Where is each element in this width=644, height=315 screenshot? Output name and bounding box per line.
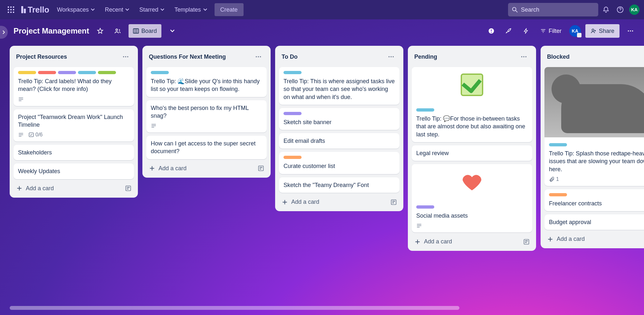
add-card-label: Add a card (557, 236, 585, 242)
svg-point-12 (116, 29, 118, 31)
svg-rect-6 (8, 12, 9, 13)
sidebar-expand-button[interactable] (0, 26, 8, 39)
alert-button[interactable] (485, 25, 498, 37)
label-yellow[interactable] (18, 71, 36, 74)
label-green[interactable] (98, 71, 116, 74)
card[interactable]: Trello Tip: Card labels! What do they me… (14, 67, 134, 106)
card[interactable]: Trello Tip: 💬For those in-between tasks … (412, 67, 532, 142)
card-template-button[interactable] (523, 239, 530, 245)
label-sky[interactable] (151, 71, 169, 74)
label-purple[interactable] (58, 71, 76, 74)
scroll-thumb[interactable] (10, 306, 459, 310)
card-badges (416, 223, 528, 229)
svg-point-26 (123, 56, 124, 57)
svg-rect-57 (391, 200, 396, 204)
card[interactable]: Who's the best person to fix my HTML sna… (146, 100, 267, 133)
svg-point-22 (592, 29, 594, 31)
card-list: Trello Tip: Card labels! What do they me… (13, 67, 135, 179)
card[interactable]: Trello Tip: Splash those redtape-heavy i… (544, 67, 644, 186)
card-title: Stakeholders (18, 149, 130, 156)
template-icon (523, 239, 530, 245)
svg-rect-51 (260, 169, 261, 170)
add-card-button[interactable]: Add a card (13, 182, 135, 194)
label-sky[interactable] (549, 143, 567, 146)
list-title[interactable]: Pending (414, 54, 437, 60)
label-red[interactable] (38, 71, 56, 74)
board-title[interactable]: Project Management (14, 26, 89, 35)
customize-views-button[interactable] (166, 25, 179, 37)
powerups-button[interactable] (502, 25, 515, 37)
create-button[interactable]: Create (215, 3, 244, 16)
list-title[interactable]: Blocked (547, 54, 570, 60)
card[interactable]: Curate customer list (279, 152, 399, 174)
svg-rect-38 (126, 186, 131, 191)
add-card-label: Add a card (291, 199, 319, 205)
search-icon (512, 7, 518, 13)
visibility-button[interactable] (111, 25, 124, 37)
list-menu-button[interactable] (385, 51, 397, 63)
card-template-button[interactable] (258, 165, 264, 172)
label-orange[interactable] (284, 156, 302, 159)
add-card-button[interactable]: Add a card (544, 233, 644, 245)
add-card-button[interactable]: Add a card (411, 236, 533, 248)
card[interactable]: Budget approval (544, 214, 644, 230)
apps-switcher-button[interactable] (5, 3, 17, 16)
card[interactable]: Social media assets (412, 164, 532, 232)
board-menu-button[interactable] (624, 25, 637, 37)
label-sky[interactable] (78, 71, 96, 74)
svg-rect-58 (392, 201, 395, 202)
starred-button[interactable]: Starred (135, 3, 168, 16)
list-title[interactable]: To Do (282, 54, 298, 60)
list-menu-button[interactable] (120, 51, 131, 63)
share-button[interactable]: Share (585, 24, 620, 38)
search-input[interactable]: Search (508, 3, 598, 16)
trello-logo[interactable]: Trello (19, 5, 51, 15)
workspaces-button[interactable]: Workspaces (53, 3, 99, 16)
card-title: Sketch the "Teamy Dreamy" Font (284, 181, 395, 189)
card-title: Trello Tip: 🌊Slide your Q's into this ha… (151, 77, 262, 93)
account-avatar[interactable]: KA (629, 5, 639, 15)
list-title[interactable]: Questions For Next Meeting (149, 54, 226, 60)
label-sky[interactable] (416, 108, 434, 112)
card[interactable]: Weekly Updates (14, 163, 134, 179)
templates-button[interactable]: Templates (170, 3, 211, 16)
list-menu-button[interactable] (253, 51, 264, 63)
card-template-button[interactable] (125, 185, 131, 192)
list-menu-button[interactable] (518, 51, 530, 63)
label-purple[interactable] (284, 112, 302, 115)
card[interactable]: Trello Tip: This is where assigned tasks… (279, 67, 399, 105)
board-canvas[interactable]: Project ResourcesTrello Tip: Card labels… (0, 43, 644, 315)
help-button[interactable] (614, 3, 627, 16)
automation-button[interactable] (520, 25, 533, 37)
card[interactable]: Legal review (412, 145, 532, 161)
board-view-button[interactable]: Board (129, 24, 161, 38)
add-card-button[interactable]: Add a card (278, 196, 400, 208)
board-member-avatar[interactable]: KA (569, 25, 581, 37)
card[interactable]: Sketch the "Teamy Dreamy" Font (279, 177, 399, 193)
star-board-button[interactable] (94, 25, 107, 37)
badge-description (18, 96, 24, 102)
card[interactable]: Sketch site banner (279, 108, 399, 130)
label-orange[interactable] (549, 193, 567, 196)
svg-rect-49 (259, 166, 264, 171)
card[interactable]: Stakeholders (14, 145, 134, 160)
svg-rect-68 (524, 239, 529, 244)
add-card-button[interactable]: Add a card (146, 162, 267, 174)
card[interactable]: Edit email drafts (279, 133, 399, 149)
svg-point-54 (393, 56, 394, 57)
description-icon (416, 223, 422, 229)
horizontal-scrollbar[interactable] (10, 306, 634, 310)
notifications-button[interactable] (600, 3, 612, 16)
label-purple[interactable] (416, 205, 434, 209)
card[interactable]: Trello Tip: 🌊Slide your Q's into this ha… (146, 67, 267, 97)
list-title[interactable]: Project Resources (16, 54, 67, 60)
card-template-button[interactable] (390, 199, 397, 205)
card[interactable]: Freelancer contracts (544, 189, 644, 211)
svg-point-28 (127, 56, 129, 57)
label-sky[interactable] (284, 71, 302, 74)
card[interactable]: How can I get access to the super secret… (146, 136, 267, 159)
card[interactable]: Project "Teamwork Dream Work" Launch Tim… (14, 109, 134, 142)
filter-button[interactable]: Filter (537, 25, 565, 37)
dots-icon (255, 53, 262, 60)
recent-button[interactable]: Recent (101, 3, 133, 16)
